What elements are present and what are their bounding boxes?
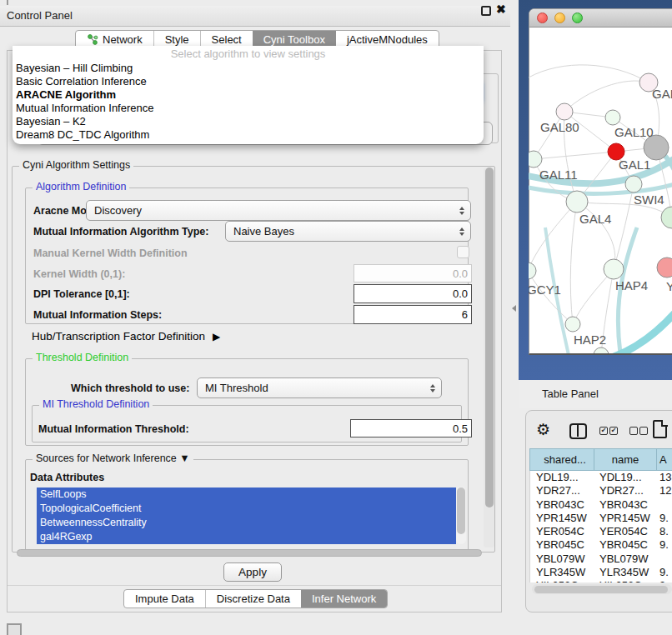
column-header-partial[interactable]: A <box>656 448 672 471</box>
node-hap4[interactable] <box>604 259 624 279</box>
minimize-window-icon[interactable] <box>554 12 565 23</box>
mi-steps-input[interactable] <box>354 305 472 324</box>
panel-title: Control Panel <box>7 9 73 22</box>
network-window-titlebar[interactable] <box>529 9 672 28</box>
unchecked-checkbox-icon[interactable] <box>629 427 638 435</box>
file-icon[interactable] <box>653 420 667 438</box>
dropdown-item-bayesian-hill[interactable]: Bayesian – Hill Climbing <box>16 62 133 74</box>
settings-vertical-scrollbar[interactable] <box>484 168 494 548</box>
tab-infer-network[interactable]: Infer Network <box>301 590 387 608</box>
cell-value: 9. <box>657 538 672 552</box>
column-header-shared[interactable]: shared... <box>529 448 594 471</box>
table-row[interactable]: YBL079W YBL079W <box>530 552 672 566</box>
table-row[interactable]: YDL19... YDL19... 13 <box>530 471 672 484</box>
attribute-item-topologicalcoefficient[interactable]: TopologicalCoefficient <box>37 502 456 516</box>
attribute-item-selfloops[interactable]: SelfLoops <box>37 488 456 502</box>
table-row[interactable]: YER054C YER054C 8. <box>530 525 672 538</box>
unchecked-checkbox-icon[interactable] <box>639 427 648 435</box>
cell-name: YDR27... <box>594 484 657 498</box>
table-row[interactable]: YDR27... YDR27... 12 <box>530 484 672 498</box>
cell-shared: YER054C <box>530 525 594 538</box>
cell-name: YBR043C <box>594 498 657 512</box>
node-bottom[interactable] <box>594 348 609 353</box>
table-row[interactable]: YIL052C YIL052C 9. <box>530 579 672 582</box>
table-horizontal-scrollbar[interactable] <box>532 584 672 594</box>
maximize-window-icon[interactable] <box>572 12 583 23</box>
cell-value: 9. <box>657 566 672 579</box>
attribute-item-betweennesscentrality[interactable]: BetweennessCentrality <box>37 516 456 530</box>
cyni-settings-legend: Cyni Algorithm Settings <box>19 159 133 171</box>
cell-name: YBL079W <box>594 552 657 566</box>
tab-discretize-data[interactable]: Discretize Data <box>206 590 302 608</box>
checked-checkbox-icon[interactable]: ✔ <box>599 427 608 435</box>
node-swi4[interactable] <box>625 176 642 192</box>
checked-checkbox-icon[interactable]: ✔ <box>609 427 618 435</box>
node-gal10[interactable] <box>605 110 620 125</box>
mi-threshold-input[interactable] <box>350 419 472 438</box>
node-label: HAP2 <box>574 332 606 347</box>
dropdown-item-aracne[interactable]: ARACNE Algorithm <box>16 88 116 101</box>
cell-name: YBR045C <box>594 538 657 552</box>
node-label: GAL11 <box>539 168 578 182</box>
cell-shared: YLR345W <box>530 566 594 579</box>
cell-name: YLR345W <box>594 566 657 579</box>
control-panel-titlebar: Control Panel <box>0 6 510 27</box>
table-row[interactable]: YLR345W YLR345W 9. <box>530 566 672 579</box>
attribute-item-gal4rgexp[interactable]: gal4RGexp <box>37 530 456 544</box>
node-label: SWI4 <box>634 192 664 207</box>
float-panel-icon[interactable] <box>481 6 491 16</box>
dpi-tolerance-input[interactable] <box>354 284 472 303</box>
settings-horizontal-scrollbar[interactable] <box>15 548 494 558</box>
stepper-arrows-icon <box>459 222 464 241</box>
close-window-icon[interactable] <box>537 12 548 23</box>
collapse-arrow-icon[interactable]: ▼ <box>179 452 189 464</box>
hub-definition-expander[interactable]: Hub/Transcription Factor Definition ▶ <box>32 330 220 342</box>
cell-shared: YBL079W <box>530 552 594 566</box>
which-threshold-select[interactable]: MI Threshold <box>197 378 442 398</box>
kernel-width-input[interactable] <box>354 264 472 282</box>
cell-shared: YDR27... <box>530 484 594 498</box>
dropdown-item-bayesian-k2[interactable]: Bayesian – K2 <box>16 115 86 128</box>
dropdown-item-mutual-information[interactable]: Mutual Information Inference <box>16 102 153 114</box>
table-row[interactable]: YBR045C YBR045C 9. <box>530 538 672 552</box>
divider-resize-icon[interactable] <box>512 305 516 312</box>
data-attributes-label: Data Attributes <box>30 472 104 483</box>
close-panel-icon[interactable]: ✖ <box>496 2 506 16</box>
node-gal11[interactable] <box>529 151 542 168</box>
minimized-panel-icon[interactable] <box>7 623 22 635</box>
algorithm-definition-legend: Algorithm Definition <box>33 181 129 192</box>
table-row[interactable]: YPR145W YPR145W 9. <box>530 512 672 525</box>
manual-kernel-checkbox[interactable] <box>457 246 469 258</box>
tab-discretize-data-label: Discretize Data <box>217 592 290 605</box>
network-icon <box>87 34 98 45</box>
sources-legend: Sources for Network Inference ▼ <box>33 452 193 464</box>
columns-icon[interactable] <box>569 423 587 439</box>
expand-arrow-icon: ▶ <box>213 331 220 342</box>
node-gal80[interactable] <box>556 103 573 120</box>
mi-type-select[interactable]: Naive Bayes <box>225 221 471 242</box>
aracne-mode-select[interactable]: Discovery <box>86 200 471 221</box>
gear-icon[interactable]: ⚙ <box>536 420 550 439</box>
node-label: GAL10 <box>614 125 654 139</box>
apply-button[interactable]: Apply <box>223 562 282 582</box>
node-gcy1[interactable] <box>529 262 536 279</box>
node-right-green[interactable] <box>661 207 672 228</box>
tab-impute-data[interactable]: Impute Data <box>124 590 206 608</box>
table-row[interactable]: YBR043C YBR043C <box>530 498 672 512</box>
dropdown-item-dream8[interactable]: Dream8 DC_TDC Algorithm <box>16 128 149 141</box>
tab-network-label: Network <box>103 33 143 46</box>
table-panel-title: Table Panel <box>542 388 599 400</box>
threshold-definition-legend: Threshold Definition <box>33 352 132 363</box>
cell-value: 13 <box>657 471 672 484</box>
node-hap2[interactable] <box>565 317 580 332</box>
mi-threshold-legend: MI Threshold Definition <box>39 398 153 410</box>
cell-value: 12 <box>657 484 672 498</box>
network-canvas[interactable]: GAL GAL80 GAL10 GAL1 GAL11 SWI4 GAL4 GCY… <box>529 28 672 353</box>
node-y[interactable] <box>657 258 672 278</box>
node-gal4[interactable] <box>566 191 588 212</box>
screen: Control Panel ✖ Network Style Select Cyn… <box>0 0 672 635</box>
column-header-name[interactable]: name <box>594 448 656 471</box>
attribute-list-scrollbar[interactable] <box>456 487 466 544</box>
dropdown-item-basic-correlation[interactable]: Basic Correlation Inference <box>16 75 147 88</box>
node-label: GAL1 <box>619 158 650 172</box>
